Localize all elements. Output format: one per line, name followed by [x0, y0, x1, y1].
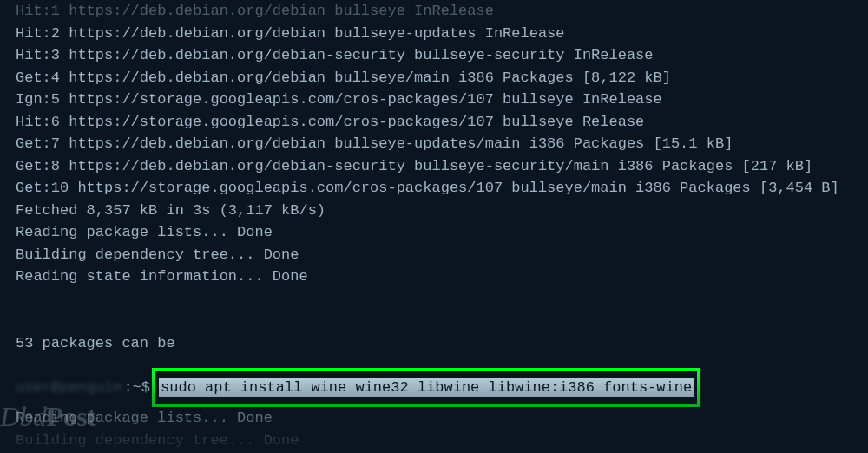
apt-output-line: Reading state information... Done	[16, 266, 852, 288]
watermark-brand-left: Dbd	[0, 401, 47, 432]
apt-output-line: Hit:2 https://deb.debian.org/debian bull…	[16, 23, 852, 45]
prompt-separator: :~$	[123, 377, 150, 399]
terminal-output[interactable]: Hit:1 https://deb.debian.org/debian bull…	[16, 0, 852, 453]
apt-output-line: 53 packages can be upgraded. Run 'apt li…	[16, 288, 852, 377]
apt-output-line: Get:7 https://deb.debian.org/debian bull…	[16, 133, 852, 155]
apt-output-line: Reading package lists... Done	[16, 221, 852, 244]
command-highlight-box: sudo apt install wine wine32 libwine lib…	[152, 368, 700, 408]
watermark-brand-right: Post	[47, 401, 96, 432]
apt-output-line: Hit:1 https://deb.debian.org/debian bull…	[16, 0, 852, 23]
apt-output-line: Ign:5 https://storage.googleapis.com/cro…	[16, 89, 852, 111]
command-prompt-line[interactable]: user@penguin :~$ sudo apt install wine w…	[16, 368, 852, 408]
apt-output-line: Reading package lists... Done	[16, 407, 852, 430]
apt-output-line: Get:10 https://storage.googleapis.com/cr…	[16, 177, 852, 200]
apt-output-line: Get:4 https://deb.debian.org/debian bull…	[16, 67, 852, 89]
watermark-logo: DbdPost	[0, 396, 95, 437]
apt-output-line: Building dependency tree... Done	[16, 244, 852, 266]
entered-command: sudo apt install wine wine32 libwine lib…	[159, 378, 694, 397]
apt-output-line: Hit:6 https://storage.googleapis.com/cro…	[16, 111, 852, 134]
apt-output-line: Building dependency tree... Done	[16, 430, 852, 452]
apt-output-line: Fetched 8,357 kB in 3s (3,117 kB/s)	[16, 200, 852, 222]
apt-output-line: Get:8 https://deb.debian.org/debian-secu…	[16, 155, 852, 178]
apt-output-line: Hit:3 https://deb.debian.org/debian-secu…	[16, 44, 852, 67]
